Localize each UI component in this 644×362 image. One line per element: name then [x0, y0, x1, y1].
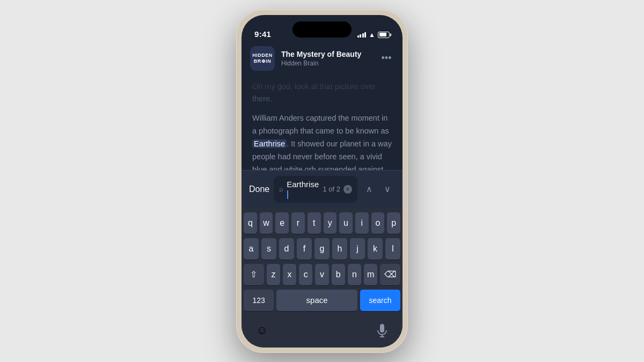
wifi-icon: ▲ [369, 31, 375, 39]
transcript-area: Oh my god, look at that picture over the… [241, 75, 402, 171]
logo-text: HIDDENBR⊕IN [252, 53, 273, 64]
keyboard: q w e r t y u i o p a s d f g h j k l [241, 208, 402, 317]
chevron-down-icon: ∨ [384, 184, 391, 194]
search-input[interactable]: Earthrise [287, 180, 319, 198]
next-result-button[interactable]: ∨ [380, 182, 395, 197]
transcript-content: Oh my god, look at that picture over the… [252, 80, 392, 171]
done-button[interactable]: Done [249, 184, 269, 194]
key-b[interactable]: b [332, 264, 345, 285]
shift-key[interactable]: ⇧ [244, 264, 264, 285]
search-navigation: ∧ ∨ [362, 182, 395, 197]
key-m[interactable]: m [364, 264, 377, 285]
key-y[interactable]: y [324, 212, 337, 234]
key-n[interactable]: n [348, 264, 361, 285]
key-t[interactable]: t [308, 212, 321, 234]
clear-search-button[interactable]: × [343, 185, 352, 194]
numbers-key[interactable]: 123 [244, 290, 274, 311]
key-l[interactable]: l [385, 238, 400, 260]
status-time: 9:41 [254, 29, 271, 39]
transcript-paragraph-1: William Anders captured the moment in a … [252, 112, 392, 170]
status-icons: ▲ [357, 31, 390, 39]
search-result-count: 1 of 2 [323, 185, 340, 193]
key-o[interactable]: o [371, 212, 385, 234]
search-value-text: Earthrise [287, 180, 319, 189]
text-cursor [287, 190, 288, 199]
key-d[interactable]: d [279, 238, 294, 260]
key-p[interactable]: p [387, 212, 400, 234]
key-x[interactable]: x [283, 264, 296, 285]
svg-rect-0 [380, 324, 384, 333]
keyboard-row-4: 123 space search [244, 290, 400, 311]
key-k[interactable]: k [368, 238, 383, 260]
keyboard-row-3: ⇧ z x c v b n m ⌫ [244, 264, 400, 285]
key-q[interactable]: q [244, 212, 257, 234]
key-h[interactable]: h [332, 238, 347, 260]
key-a[interactable]: a [244, 238, 259, 260]
dynamic-island [292, 21, 352, 38]
search-input-wrapper[interactable]: ⌕ Earthrise 1 of 2 × [274, 176, 357, 202]
phone-screen: 9:41 ▲ HIDDENBR⊕IN The Mystery of Beauty… [241, 15, 402, 348]
emoji-icon: ☺ [256, 323, 268, 337]
key-z[interactable]: z [267, 264, 280, 285]
highlight-earthrise-1: Earthrise [252, 139, 287, 148]
search-bar: Done ⌕ Earthrise 1 of 2 × ∧ ∨ [241, 170, 402, 208]
mic-button[interactable] [372, 321, 392, 340]
search-key[interactable]: search [360, 290, 400, 311]
more-dots-icon: ••• [382, 53, 392, 64]
key-i[interactable]: i [355, 212, 369, 234]
space-key[interactable]: space [276, 290, 357, 311]
key-g[interactable]: g [314, 238, 330, 260]
keyboard-bottom-bar: ☺ [241, 317, 402, 348]
transcript-faded-paragraph: Oh my god, look at that picture over the… [252, 80, 392, 106]
clear-icon: × [346, 186, 349, 192]
phone-frame: 9:41 ▲ HIDDENBR⊕IN The Mystery of Beauty… [236, 10, 408, 353]
key-f[interactable]: f [297, 238, 312, 260]
chevron-up-icon: ∧ [366, 184, 372, 194]
podcast-header: HIDDENBR⊕IN The Mystery of Beauty Hidden… [241, 42, 402, 75]
key-r[interactable]: r [291, 212, 305, 234]
key-s[interactable]: s [261, 238, 276, 260]
key-e[interactable]: e [275, 212, 289, 234]
more-options-button[interactable]: ••• [379, 51, 394, 66]
podcast-info: The Mystery of Beauty Hidden Brain [281, 50, 379, 67]
prev-result-button[interactable]: ∧ [362, 182, 377, 197]
battery-icon [378, 32, 390, 38]
key-u[interactable]: u [339, 212, 353, 234]
keyboard-row-1: q w e r t y u i o p [244, 212, 400, 234]
search-magnifier-icon: ⌕ [279, 185, 283, 193]
key-w[interactable]: w [260, 212, 273, 234]
podcast-logo: HIDDENBR⊕IN [250, 46, 275, 71]
key-j[interactable]: j [350, 238, 365, 260]
mic-icon [377, 323, 387, 337]
podcast-episode-title: The Mystery of Beauty [281, 50, 379, 58]
key-c[interactable]: c [299, 264, 312, 285]
podcast-show-name: Hidden Brain [281, 60, 379, 67]
signal-icon [357, 32, 367, 38]
backspace-key[interactable]: ⌫ [380, 264, 400, 285]
emoji-button[interactable]: ☺ [252, 321, 272, 340]
key-v[interactable]: v [315, 264, 328, 285]
keyboard-row-2: a s d f g h j k l [244, 238, 400, 260]
